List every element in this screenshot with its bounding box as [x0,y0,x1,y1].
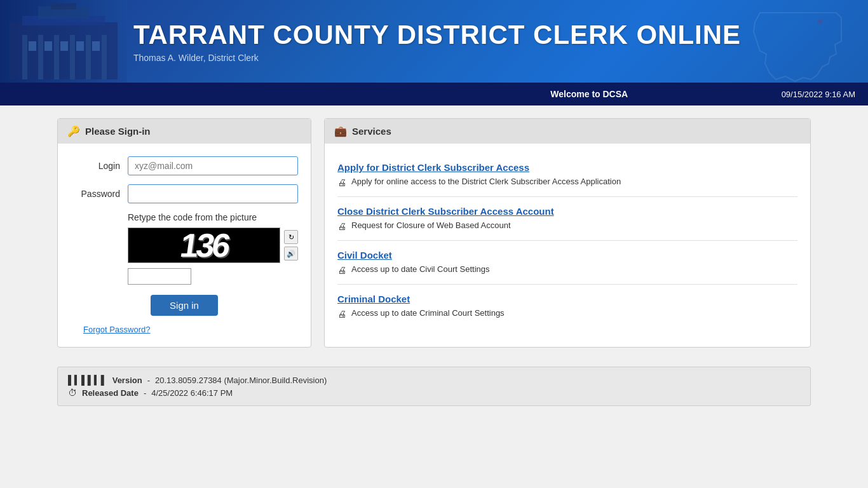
released-value: 4/25/2022 6:46:17 PM [151,388,233,398]
clock-icon: ⏱ [68,388,77,398]
service-item-0: Apply for District Clerk Subscriber Acce… [337,153,797,197]
service-desc-0: Apply for online access to the District … [351,177,621,186]
service-link-3[interactable]: Criminal Docket [337,294,797,304]
version-value: 20.13.8059.27384 (Major.Minor.Build.Revi… [155,376,327,385]
navbar-welcome: Welcome to DCSA [397,89,782,99]
briefcase-icon: 💼 [334,125,347,137]
svg-rect-8 [86,35,91,79]
barcode-icon: ▌▍▌▌▍▌ [68,375,107,385]
service-desc-2: Access up to date Civil Court Settings [351,264,490,274]
service-link-2[interactable]: Civil Docket [337,250,797,261]
services-panel-header: 💼 Services [325,119,810,144]
svg-rect-10 [29,41,36,51]
service-link-1[interactable]: Close District Clerk Subscriber Access A… [337,206,797,217]
version-dash: - [147,376,150,385]
service-desc-row-3: 🖨 Access up to date Criminal Court Setti… [337,308,797,319]
navbar-datetime: 09/15/2022 9:16 AM [782,90,855,99]
svg-rect-4 [22,35,27,79]
service-desc-row-0: 🖨 Apply for online access to the Distric… [337,177,797,187]
texas-map: ★ [747,6,849,83]
service-icon-0: 🖨 [337,177,346,187]
page-header: TARRANT COUNTY DISTRICT CLERK ONLINE Tho… [0,0,868,83]
svg-rect-12 [60,41,68,51]
password-input[interactable] [128,184,298,203]
svg-rect-14 [92,41,100,51]
login-row: Login [71,156,298,175]
svg-rect-3 [51,3,76,10]
captcha-image-row: 136 ↻ 🔊 [128,227,298,263]
sign-in-button[interactable]: Sign in [151,295,218,316]
released-dash: - [144,388,146,398]
service-item-2: Civil Docket 🖨 Access up to date Civil C… [337,241,797,285]
svg-rect-9 [102,35,107,79]
navbar: Welcome to DCSA 09/15/2022 9:16 AM [0,83,868,105]
login-input[interactable] [128,156,298,175]
login-panel-header: 🔑 Please Sign-in [58,119,311,144]
service-desc-row-1: 🖨 Request for Closure of Web Based Accou… [337,220,797,231]
captcha-section: Retype the code from the picture 136 ↻ 🔊 [128,212,298,285]
services-panel: 💼 Services Apply for District Clerk Subs… [324,118,811,348]
footer: ▌▍▌▌▍▌ Version - 20.13.8059.27384 (Major… [57,367,811,406]
service-item-1: Close District Clerk Subscriber Access A… [337,197,797,241]
main-content: 🔑 Please Sign-in Login Password Retype t… [0,105,868,360]
svg-rect-13 [76,41,84,51]
forgot-password-link[interactable]: Forgot Password? [83,325,298,334]
footer-released-line: ⏱ Released Date - 4/25/2022 6:46:17 PM [68,388,800,398]
password-label: Password [71,189,128,199]
svg-text:★: ★ [816,16,824,26]
sign-in-row: Sign in [71,295,298,316]
building-image [0,0,127,83]
service-icon-3: 🖨 [337,309,346,319]
key-icon: 🔑 [67,125,80,137]
service-icon-1: 🖨 [337,221,346,231]
password-row: Password [71,184,298,203]
captcha-label: Retype the code from the picture [128,212,298,222]
svg-rect-5 [38,35,43,79]
service-item-3: Criminal Docket 🖨 Access up to date Crim… [337,285,797,328]
captcha-input[interactable] [128,268,191,285]
released-label: Released Date [82,388,139,398]
svg-rect-11 [44,41,52,51]
services-panel-title: Services [352,126,391,137]
captcha-image: 136 [128,227,280,263]
version-label: Version [112,376,142,385]
service-link-0[interactable]: Apply for District Clerk Subscriber Acce… [337,162,797,173]
login-panel: 🔑 Please Sign-in Login Password Retype t… [57,118,311,348]
captcha-controls: ↻ 🔊 [284,230,298,261]
service-desc-1: Request for Closure of Web Based Account [351,220,511,230]
service-desc-row-2: 🖨 Access up to date Civil Court Settings [337,264,797,275]
login-panel-title: Please Sign-in [85,126,151,137]
login-label: Login [71,161,128,171]
footer-version-line: ▌▍▌▌▍▌ Version - 20.13.8059.27384 (Major… [68,375,800,385]
service-desc-3: Access up to date Criminal Court Setting… [351,308,505,318]
service-icon-2: 🖨 [337,265,346,275]
captcha-number: 136 [177,226,230,264]
services-content: Apply for District Clerk Subscriber Acce… [325,144,810,337]
captcha-audio-button[interactable]: 🔊 [284,247,298,261]
svg-rect-7 [70,35,75,79]
svg-rect-6 [54,35,59,79]
captcha-refresh-button[interactable]: ↻ [284,230,298,244]
